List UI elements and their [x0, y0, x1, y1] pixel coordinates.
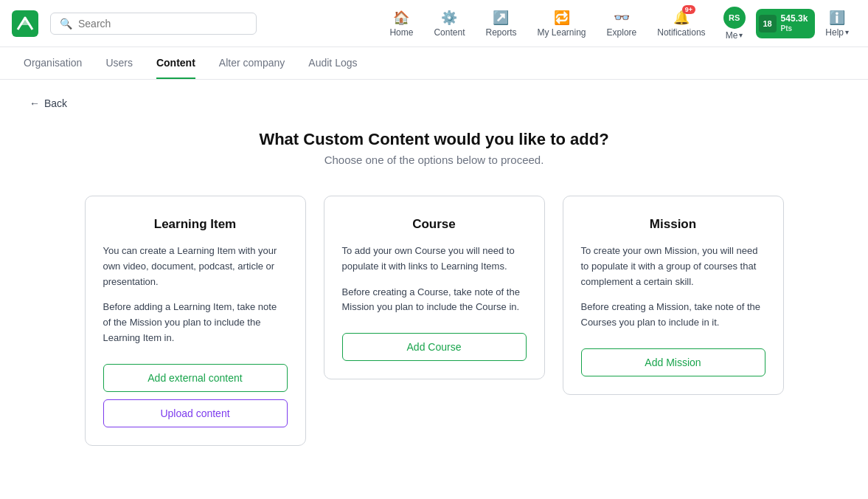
me-chevron-icon: ▾ — [739, 31, 743, 39]
back-button[interactable]: ← Back — [29, 97, 839, 109]
explore-icon: 👓 — [614, 10, 630, 26]
top-nav: 🔍 🏠 Home ⚙️ Content ↗️ Reports 🔁 My Lear… — [0, 0, 868, 47]
notifications-icon: 🔔 9+ — [673, 10, 690, 26]
back-arrow-icon: ← — [29, 97, 40, 109]
nav-item-content[interactable]: ⚙️ Content — [423, 7, 475, 41]
card-actions-learning-item: Add external content Upload content — [103, 364, 288, 427]
nav-item-notifications[interactable]: 🔔 9+ Notifications — [647, 7, 715, 41]
page-title: What Custom Content would you like to ad… — [29, 130, 839, 149]
nav-item-explore[interactable]: 👓 Explore — [597, 7, 647, 41]
nav-item-reports[interactable]: ↗️ Reports — [475, 7, 527, 41]
sec-nav-audit-logs[interactable]: Audit Logs — [308, 47, 357, 79]
logo[interactable] — [12, 10, 38, 37]
help-icon: ℹ️ — [829, 10, 845, 26]
points-label: Pts — [781, 24, 808, 33]
points-value: 545.3k — [781, 13, 808, 24]
card-learning-item: Learning Item You can create a Learning … — [85, 196, 306, 446]
my-learning-icon: 🔁 — [554, 10, 570, 26]
card-body-mission: To create your own Mission, you will nee… — [581, 244, 765, 331]
cards-container: Learning Item You can create a Learning … — [29, 196, 839, 446]
home-icon: 🏠 — [393, 10, 409, 26]
card-title-course: Course — [342, 217, 527, 232]
nav-item-me[interactable]: RS Me ▾ — [716, 4, 753, 44]
notifications-badge: 9+ — [682, 5, 695, 14]
level-box: 18 — [759, 15, 777, 32]
help-chevron-icon: ▾ — [845, 28, 849, 36]
points-badge[interactable]: 18 545.3k Pts — [756, 9, 816, 38]
secondary-nav: Organisation Users Content Alter company… — [0, 47, 868, 80]
page-subtitle: Choose one of the options below to proce… — [29, 154, 839, 166]
sec-nav-alter-company[interactable]: Alter company — [219, 47, 285, 79]
card-body-course: To add your own Course you will need to … — [342, 244, 527, 315]
nav-item-help[interactable]: ℹ️ Help ▾ — [818, 7, 856, 41]
card-course: Course To add your own Course you will n… — [324, 196, 545, 379]
sec-nav-organisation[interactable]: Organisation — [24, 47, 82, 79]
sec-nav-users[interactable]: Users — [105, 47, 133, 79]
card-actions-course: Add Course — [342, 333, 527, 361]
search-icon: 🔍 — [60, 18, 72, 30]
add-external-content-button[interactable]: Add external content — [103, 364, 288, 392]
search-input[interactable] — [78, 18, 247, 30]
reports-icon: ↗️ — [493, 10, 509, 26]
card-actions-mission: Add Mission — [581, 348, 765, 376]
add-mission-button[interactable]: Add Mission — [581, 348, 765, 376]
nav-item-my-learning[interactable]: 🔁 My Learning — [527, 7, 597, 41]
upload-content-button[interactable]: Upload content — [103, 399, 288, 427]
card-title-mission: Mission — [581, 217, 765, 232]
nav-item-home[interactable]: 🏠 Home — [379, 7, 423, 41]
content-icon: ⚙️ — [441, 10, 457, 26]
card-title-learning-item: Learning Item — [103, 217, 288, 232]
avatar: RS — [723, 7, 746, 29]
search-box[interactable]: 🔍 — [50, 13, 257, 35]
sec-nav-content[interactable]: Content — [156, 47, 195, 79]
add-course-button[interactable]: Add Course — [342, 333, 527, 361]
main-content: ← Back What Custom Content would you lik… — [0, 80, 868, 464]
card-mission: Mission To create your own Mission, you … — [563, 196, 784, 395]
page-heading: What Custom Content would you like to ad… — [29, 130, 839, 166]
card-body-learning-item: You can create a Learning Item with your… — [103, 244, 288, 346]
